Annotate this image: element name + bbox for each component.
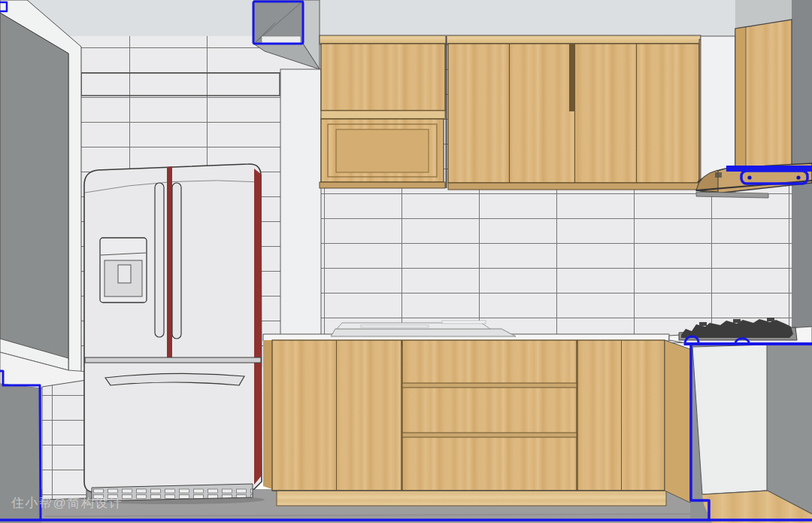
tall-cabinet-right[interactable] — [735, 20, 792, 178]
upper-cabinets[interactable] — [320, 35, 705, 190]
wall-column — [280, 69, 321, 340]
wall-below-sill — [0, 384, 41, 523]
fridge-handle-right[interactable] — [172, 183, 181, 339]
kitchen-render: 住小帮@简构设计 — [0, 0, 812, 523]
fridge-accent-strip-center — [167, 166, 172, 360]
fridge-accent-strip-right — [254, 169, 262, 485]
ice-dispenser[interactable] — [100, 238, 147, 303]
ceiling — [0, 0, 812, 36]
corner-side-panel — [665, 340, 690, 503]
recessed-pull[interactable] — [569, 44, 574, 111]
refrigerator[interactable] — [81, 164, 265, 504]
upper-cabinet-door-panel[interactable] — [321, 119, 444, 182]
drawer-stack[interactable] — [402, 340, 577, 491]
side-counter-left[interactable] — [42, 380, 86, 500]
toe-kick — [277, 491, 666, 506]
base-cabinets[interactable] — [263, 340, 690, 506]
scene-svg — [0, 0, 812, 523]
end-panel-right — [692, 345, 767, 494]
upper-cabinet-door-flat[interactable] — [321, 44, 445, 111]
window-pane — [0, 13, 68, 360]
fridge-handle-left[interactable] — [155, 183, 164, 337]
